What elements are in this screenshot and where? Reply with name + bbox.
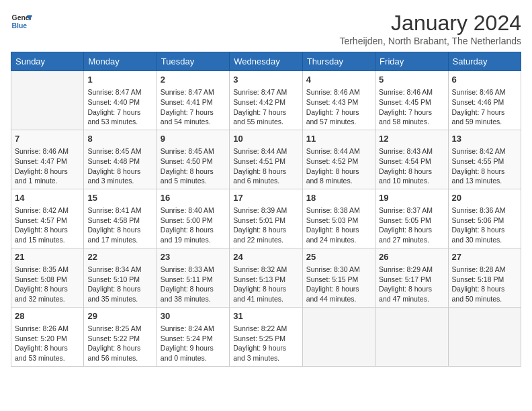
daylight-label: Daylight: 7 hours and 58 minutes. — [379, 108, 432, 126]
sunset-label: Sunset: 5:01 PM — [233, 216, 285, 224]
calendar-cell: 10Sunrise: 8:44 AMSunset: 4:51 PMDayligh… — [230, 130, 302, 189]
daylight-label: Daylight: 8 hours and 50 minutes. — [452, 285, 505, 303]
day-number: 18 — [306, 192, 371, 204]
calendar-table: SundayMondayTuesdayWednesdayThursdayFrid… — [11, 52, 521, 367]
day-number: 4 — [306, 74, 371, 86]
day-info: Sunrise: 8:46 AMSunset: 4:46 PMDaylight:… — [452, 87, 517, 127]
sunrise-label: Sunrise: 8:42 AM — [452, 147, 506, 155]
calendar-cell: 30Sunrise: 8:24 AMSunset: 5:24 PMDayligh… — [157, 307, 229, 366]
calendar-cell: 6Sunrise: 8:46 AMSunset: 4:46 PMDaylight… — [448, 71, 521, 130]
daylight-label: Daylight: 7 hours and 54 minutes. — [161, 108, 214, 126]
sunset-label: Sunset: 4:51 PM — [233, 157, 285, 165]
calendar-cell: 28Sunrise: 8:26 AMSunset: 5:20 PMDayligh… — [11, 307, 84, 366]
sunset-label: Sunset: 5:22 PM — [87, 334, 140, 342]
day-number: 5 — [379, 74, 444, 86]
sunset-label: Sunset: 4:48 PM — [87, 157, 140, 165]
day-info: Sunrise: 8:40 AMSunset: 5:00 PMDaylight:… — [161, 205, 226, 245]
location-subtitle: Terheijden, North Brabant, The Netherlan… — [339, 36, 521, 46]
day-info: Sunrise: 8:39 AMSunset: 5:01 PMDaylight:… — [233, 205, 298, 245]
sunrise-label: Sunrise: 8:39 AM — [233, 206, 287, 214]
sunset-label: Sunset: 5:06 PM — [452, 216, 504, 224]
calendar-cell: 14Sunrise: 8:42 AMSunset: 4:57 PMDayligh… — [11, 189, 84, 248]
calendar-cell: 3Sunrise: 8:47 AMSunset: 4:42 PMDaylight… — [230, 71, 302, 130]
daylight-label: Daylight: 9 hours and 3 minutes. — [233, 344, 286, 362]
sunset-label: Sunset: 4:42 PM — [233, 98, 285, 106]
day-info: Sunrise: 8:45 AMSunset: 4:48 PMDaylight:… — [87, 146, 152, 186]
day-number: 16 — [161, 192, 226, 204]
sunrise-label: Sunrise: 8:33 AM — [161, 265, 214, 273]
sunrise-label: Sunrise: 8:45 AM — [87, 147, 141, 155]
calendar-cell: 22Sunrise: 8:34 AMSunset: 5:10 PMDayligh… — [84, 248, 157, 307]
sunrise-label: Sunrise: 8:43 AM — [379, 147, 433, 155]
day-info: Sunrise: 8:36 AMSunset: 5:06 PMDaylight:… — [452, 205, 517, 245]
sunrise-label: Sunrise: 8:30 AM — [306, 265, 360, 273]
calendar-cell: 13Sunrise: 8:42 AMSunset: 4:55 PMDayligh… — [448, 130, 521, 189]
day-info: Sunrise: 8:24 AMSunset: 5:24 PMDaylight:… — [161, 324, 226, 363]
week-row-1: 1Sunrise: 8:47 AMSunset: 4:40 PMDaylight… — [11, 71, 521, 130]
sunrise-label: Sunrise: 8:32 AM — [233, 265, 287, 273]
calendar-cell: 21Sunrise: 8:35 AMSunset: 5:08 PMDayligh… — [11, 248, 84, 307]
week-row-5: 28Sunrise: 8:26 AMSunset: 5:20 PMDayligh… — [11, 307, 521, 366]
day-number: 20 — [452, 192, 517, 204]
day-number: 12 — [379, 133, 444, 145]
sunrise-label: Sunrise: 8:47 AM — [161, 88, 214, 96]
sunset-label: Sunset: 4:47 PM — [15, 157, 67, 165]
day-number: 13 — [452, 133, 517, 145]
day-number: 7 — [15, 133, 80, 145]
page-header: General Blue January 2024 Terheijden, No… — [11, 11, 521, 46]
day-number: 24 — [233, 251, 298, 263]
day-number: 10 — [233, 133, 298, 145]
day-info: Sunrise: 8:42 AMSunset: 4:55 PMDaylight:… — [452, 146, 517, 186]
calendar-cell — [11, 71, 84, 130]
day-number: 15 — [87, 192, 152, 204]
daylight-label: Daylight: 8 hours and 30 minutes. — [452, 226, 505, 244]
day-info: Sunrise: 8:47 AMSunset: 4:41 PMDaylight:… — [161, 87, 226, 127]
calendar-cell: 1Sunrise: 8:47 AMSunset: 4:40 PMDaylight… — [84, 71, 157, 130]
daylight-label: Daylight: 8 hours and 6 minutes. — [233, 167, 286, 185]
week-row-4: 21Sunrise: 8:35 AMSunset: 5:08 PMDayligh… — [11, 248, 521, 307]
sunrise-label: Sunrise: 8:41 AM — [87, 206, 141, 214]
day-number: 30 — [161, 310, 226, 322]
day-info: Sunrise: 8:30 AMSunset: 5:15 PMDaylight:… — [306, 265, 371, 304]
sunset-label: Sunset: 4:43 PM — [306, 98, 359, 106]
calendar-cell — [375, 307, 448, 366]
sunset-label: Sunset: 4:40 PM — [87, 98, 140, 106]
day-info: Sunrise: 8:33 AMSunset: 5:11 PMDaylight:… — [161, 265, 226, 304]
day-of-week-saturday: Saturday — [448, 52, 521, 71]
day-info: Sunrise: 8:37 AMSunset: 5:05 PMDaylight:… — [379, 205, 444, 245]
daylight-label: Daylight: 7 hours and 55 minutes. — [233, 108, 286, 126]
daylight-label: Daylight: 8 hours and 47 minutes. — [379, 285, 432, 303]
daylight-label: Daylight: 7 hours and 59 minutes. — [452, 108, 505, 126]
sunset-label: Sunset: 5:13 PM — [233, 275, 285, 283]
daylight-label: Daylight: 8 hours and 10 minutes. — [379, 167, 432, 185]
calendar-cell: 15Sunrise: 8:41 AMSunset: 4:58 PMDayligh… — [84, 189, 157, 248]
daylight-label: Daylight: 8 hours and 22 minutes. — [233, 226, 286, 244]
day-info: Sunrise: 8:29 AMSunset: 5:17 PMDaylight:… — [379, 265, 444, 304]
day-number: 23 — [161, 251, 226, 263]
sunset-label: Sunset: 5:11 PM — [161, 275, 213, 283]
sunset-label: Sunset: 5:10 PM — [87, 275, 140, 283]
sunset-label: Sunset: 5:24 PM — [161, 334, 213, 342]
sunset-label: Sunset: 5:20 PM — [15, 334, 67, 342]
sunrise-label: Sunrise: 8:42 AM — [15, 206, 69, 214]
sunrise-label: Sunrise: 8:22 AM — [233, 324, 287, 332]
sunset-label: Sunset: 4:58 PM — [87, 216, 140, 224]
calendar-body: 1Sunrise: 8:47 AMSunset: 4:40 PMDaylight… — [11, 71, 521, 367]
sunset-label: Sunset: 5:25 PM — [233, 334, 285, 342]
sunset-label: Sunset: 4:41 PM — [161, 98, 213, 106]
day-number: 27 — [452, 251, 517, 263]
day-number: 19 — [379, 192, 444, 204]
daylight-label: Daylight: 8 hours and 27 minutes. — [379, 226, 432, 244]
day-info: Sunrise: 8:32 AMSunset: 5:13 PMDaylight:… — [233, 265, 298, 304]
day-number: 6 — [452, 74, 517, 86]
sunset-label: Sunset: 5:15 PM — [306, 275, 359, 283]
daylight-label: Daylight: 8 hours and 17 minutes. — [87, 226, 140, 244]
day-info: Sunrise: 8:47 AMSunset: 4:42 PMDaylight:… — [233, 87, 298, 127]
sunrise-label: Sunrise: 8:47 AM — [87, 88, 141, 96]
day-number: 22 — [87, 251, 152, 263]
day-info: Sunrise: 8:45 AMSunset: 4:50 PMDaylight:… — [161, 146, 226, 186]
logo: General Blue — [11, 11, 32, 32]
calendar-cell: 29Sunrise: 8:25 AMSunset: 5:22 PMDayligh… — [84, 307, 157, 366]
daylight-label: Daylight: 8 hours and 13 minutes. — [452, 167, 505, 185]
daylight-label: Daylight: 7 hours and 53 minutes. — [87, 108, 140, 126]
